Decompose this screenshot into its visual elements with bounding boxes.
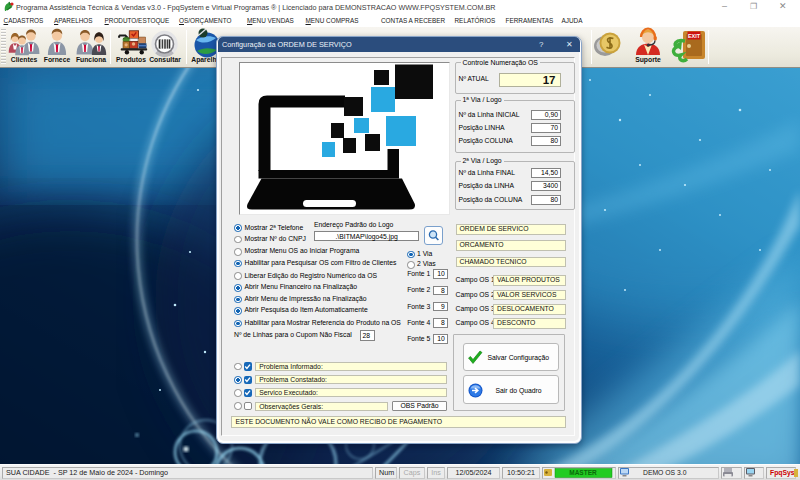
svg-text:DEMO OS 3.0: DEMO OS 3.0 — [643, 469, 687, 476]
svg-text:EXIT: EXIT — [688, 33, 701, 39]
svg-text:MASTER: MASTER — [569, 469, 597, 476]
